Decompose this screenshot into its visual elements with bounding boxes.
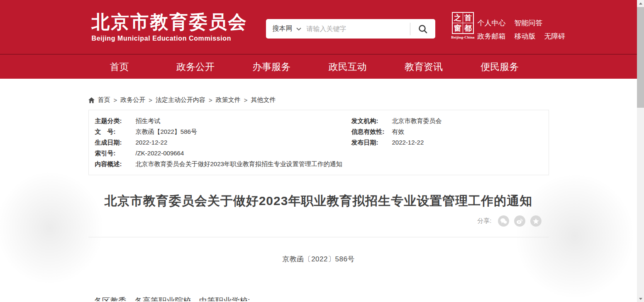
meta-value-summary: 北京市教育委员会关于做好2023年职业教育拟招生专业设置管理工作的通知 xyxy=(128,159,342,169)
meta-label-created-date: 生成日期: xyxy=(95,137,128,148)
meta-label-issuing-agency: 发文机构: xyxy=(351,116,385,126)
meta-label-topic: 主题分类: xyxy=(95,116,128,126)
breadcrumb-other-documents[interactable]: 其他文件 xyxy=(251,96,276,104)
site-logo[interactable]: 北京市教育委员会 Beijing Municipal Education Com… xyxy=(92,12,248,42)
main-nav: 首页 政务公开 办事服务 政民互动 教育资讯 便民服务 xyxy=(0,54,637,79)
site-header: 北京市教育委员会 Beijing Municipal Education Com… xyxy=(0,0,637,54)
meta-row-index-number: 索引号: /ZK-2022-009664 xyxy=(95,148,351,159)
vertical-scrollbar[interactable] xyxy=(637,0,644,302)
article-body-first-line: 各区教委、各高等职业院校、中等职业学校: xyxy=(88,296,549,301)
meta-value-created-date: 2022-12-22 xyxy=(128,137,168,148)
scrollbar-thumb[interactable] xyxy=(637,7,644,108)
search-box: 搜本网 xyxy=(266,19,435,39)
meta-column-right: 发文机构: 北京市教育委员会 信息有效性: 有效 发布日期: 2022-12-2… xyxy=(351,116,542,169)
wechat-share-icon[interactable] xyxy=(498,215,509,227)
meta-value-index-number: /ZK-2022-009664 xyxy=(128,148,184,159)
page-title: 北京市教育委员会关于做好2023年职业教育拟招生专业设置管理工作的通知 xyxy=(88,194,549,208)
meta-row-validity: 信息有效性: 有效 xyxy=(351,126,542,137)
capital-window-caption: Beijing-China xyxy=(451,35,475,39)
meta-column-left: 主题分类: 招生考试 文 号: 京教函【2022】586号 生成日期: 2022… xyxy=(95,116,351,169)
site-name: 北京市教育委员会 xyxy=(92,12,248,31)
link-gov-mail[interactable]: 政务邮箱 xyxy=(478,32,506,41)
meta-row-topic: 主题分类: 招生考试 xyxy=(95,116,351,126)
breadcrumb-separator: > xyxy=(209,97,212,104)
weibo-share-icon[interactable] xyxy=(514,215,525,227)
search-button[interactable] xyxy=(410,19,435,39)
meta-value-topic: 招生考试 xyxy=(128,116,161,126)
search-input[interactable] xyxy=(307,25,410,33)
breadcrumb-separator: > xyxy=(149,97,152,104)
nav-item-interaction[interactable]: 政民互动 xyxy=(310,55,385,79)
site-name-english: Beijing Municipal Education Commission xyxy=(92,35,248,42)
breadcrumb-separator: > xyxy=(244,97,248,104)
page: 北京市教育委员会 Beijing Municipal Education Com… xyxy=(0,0,637,302)
meta-value-doc-number: 京教函【2022】586号 xyxy=(128,126,197,137)
meta-label-index-number: 索引号: xyxy=(95,148,128,159)
nav-item-gov-affairs[interactable]: 政务公开 xyxy=(157,55,233,79)
document-meta-box: 主题分类: 招生考试 文 号: 京教函【2022】586号 生成日期: 2022… xyxy=(88,110,549,175)
chevron-down-icon xyxy=(296,27,301,31)
breadcrumb-statutory-disclosure[interactable]: 法定主动公开内容 xyxy=(156,96,205,104)
breadcrumb-policy-documents[interactable]: 政策文件 xyxy=(216,96,241,104)
capital-window-logo[interactable]: 之 首 窗 都 Beijing-China xyxy=(451,12,475,39)
meta-value-validity: 有效 xyxy=(385,126,405,137)
share-row: 分享: xyxy=(88,215,549,227)
meta-row-publish-date: 发布日期: 2022-12-22 xyxy=(351,137,542,148)
link-personal-center[interactable]: 个人中心 xyxy=(478,19,506,27)
breadcrumb-gov-affairs[interactable]: 政务公开 xyxy=(120,96,145,104)
meta-label-summary: 内容概述: xyxy=(95,159,128,169)
meta-row-doc-number: 文 号: 京教函【2022】586号 xyxy=(95,126,351,137)
scrollbar-up-button[interactable] xyxy=(637,0,644,7)
breadcrumb-separator: > xyxy=(114,97,117,104)
link-mobile-version[interactable]: 移动版 xyxy=(515,32,536,41)
meta-value-issuing-agency: 北京市教育委员会 xyxy=(385,116,442,126)
link-smart-qa[interactable]: 智能问答 xyxy=(515,19,543,27)
share-label: 分享: xyxy=(477,217,491,225)
search-icon xyxy=(418,24,428,34)
meta-label-validity: 信息有效性: xyxy=(351,126,385,137)
capital-window-emblem: 之 首 窗 都 xyxy=(452,12,474,34)
search-scope-select[interactable]: 搜本网 xyxy=(266,24,307,33)
cw-char-du: 都 xyxy=(463,23,473,33)
content-divider xyxy=(88,237,549,237)
cw-char-shou: 首 xyxy=(463,13,473,23)
scrollbar-down-button[interactable] xyxy=(637,295,644,302)
meta-row-created-date: 生成日期: 2022-12-22 xyxy=(95,137,351,148)
nav-item-convenience[interactable]: 便民服务 xyxy=(462,55,538,79)
meta-label-doc-number: 文 号: xyxy=(95,126,128,137)
meta-row-summary: 内容概述: 北京市教育委员会关于做好2023年职业教育拟招生专业设置管理工作的通… xyxy=(95,159,351,169)
header-quick-links: 个人中心 智能问答 政务邮箱 移动版 无障碍 xyxy=(478,19,566,45)
home-icon xyxy=(88,97,95,103)
nav-item-home[interactable]: 首页 xyxy=(81,55,157,79)
nav-item-services[interactable]: 办事服务 xyxy=(234,55,310,79)
qzone-share-icon[interactable] xyxy=(530,215,542,227)
cw-char-chuang: 窗 xyxy=(453,23,463,33)
scroll-up-icon xyxy=(639,2,642,5)
scroll-down-icon xyxy=(639,298,642,300)
content-area: 首页 > 政务公开 > 法定主动公开内容 > 政策文件 > 其他文件 主题分类:… xyxy=(0,79,637,301)
document-number: 京教函〔2022〕586号 xyxy=(88,254,549,264)
meta-row-issuing-agency: 发文机构: 北京市教育委员会 xyxy=(351,116,542,126)
meta-label-publish-date: 发布日期: xyxy=(351,137,385,148)
meta-value-publish-date: 2022-12-22 xyxy=(385,137,424,148)
link-accessibility[interactable]: 无障碍 xyxy=(544,32,566,41)
cw-char-zhi: 之 xyxy=(453,13,463,23)
nav-item-edu-news[interactable]: 教育资讯 xyxy=(385,55,461,79)
breadcrumb: 首页 > 政务公开 > 法定主动公开内容 > 政策文件 > 其他文件 xyxy=(88,79,549,104)
search-scope-label: 搜本网 xyxy=(273,24,293,33)
breadcrumb-home[interactable]: 首页 xyxy=(98,96,110,104)
